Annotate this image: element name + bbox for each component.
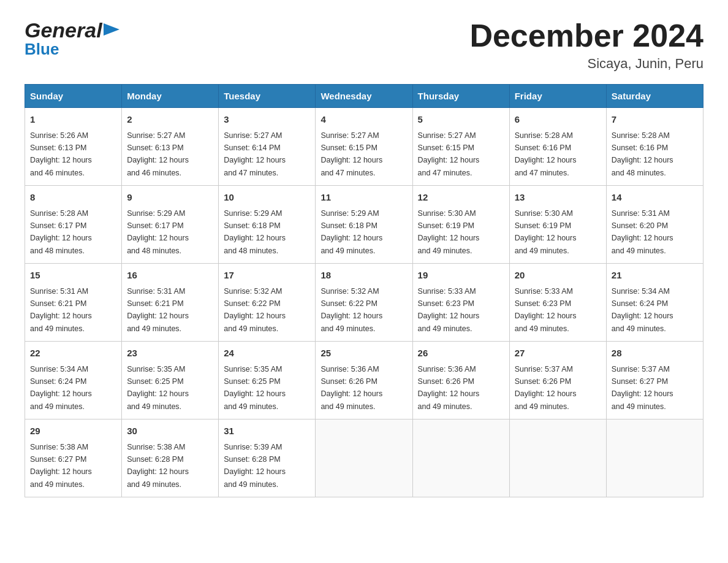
logo: General Blue [25,18,119,59]
day-number: 15 [30,269,116,283]
col-wednesday: Wednesday [316,85,412,108]
day-number: 29 [30,424,116,439]
day-number: 1 [30,113,116,127]
col-saturday: Saturday [606,85,703,108]
day-info: Sunrise: 5:39 AMSunset: 6:28 PMDaylight:… [224,443,286,489]
col-sunday: Sunday [25,85,122,108]
table-row [606,419,703,497]
calendar-week-row: 1 Sunrise: 5:26 AMSunset: 6:13 PMDayligh… [25,108,703,186]
day-number: 25 [320,347,407,361]
title-section: December 2024 Sicaya, Junin, Peru [469,18,703,72]
day-number: 24 [224,347,310,361]
day-info: Sunrise: 5:35 AMSunset: 6:25 PMDaylight:… [127,365,189,411]
table-row: 3 Sunrise: 5:27 AMSunset: 6:14 PMDayligh… [219,108,316,186]
col-friday: Friday [509,85,606,108]
table-row: 25 Sunrise: 5:36 AMSunset: 6:26 PMDaylig… [316,342,412,419]
table-row: 10 Sunrise: 5:29 AMSunset: 6:18 PMDaylig… [219,186,316,264]
table-row: 7 Sunrise: 5:28 AMSunset: 6:16 PMDayligh… [606,108,703,186]
table-row: 6 Sunrise: 5:28 AMSunset: 6:16 PMDayligh… [509,108,606,186]
day-number: 11 [320,191,407,205]
table-row: 4 Sunrise: 5:27 AMSunset: 6:15 PMDayligh… [316,108,412,186]
table-row: 30 Sunrise: 5:38 AMSunset: 6:28 PMDaylig… [122,419,219,497]
table-row: 31 Sunrise: 5:39 AMSunset: 6:28 PMDaylig… [219,419,316,497]
table-row: 11 Sunrise: 5:29 AMSunset: 6:18 PMDaylig… [316,186,412,264]
day-info: Sunrise: 5:34 AMSunset: 6:24 PMDaylight:… [612,287,673,333]
day-info: Sunrise: 5:32 AMSunset: 6:22 PMDaylight:… [224,287,286,333]
table-row: 29 Sunrise: 5:38 AMSunset: 6:27 PMDaylig… [25,419,122,497]
day-info: Sunrise: 5:28 AMSunset: 6:17 PMDaylight:… [30,209,92,255]
table-row: 14 Sunrise: 5:31 AMSunset: 6:20 PMDaylig… [606,186,703,264]
table-row: 17 Sunrise: 5:32 AMSunset: 6:22 PMDaylig… [219,264,316,342]
calendar-week-row: 15 Sunrise: 5:31 AMSunset: 6:21 PMDaylig… [25,264,703,342]
day-info: Sunrise: 5:32 AMSunset: 6:22 PMDaylight:… [320,287,382,333]
day-info: Sunrise: 5:27 AMSunset: 6:13 PMDaylight:… [127,131,189,177]
day-info: Sunrise: 5:30 AMSunset: 6:19 PMDaylight:… [418,209,480,255]
calendar-table: Sunday Monday Tuesday Wednesday Thursday… [25,84,703,497]
day-number: 4 [320,113,407,127]
page-header: General Blue December 2024 Sicaya, Junin… [25,18,703,72]
day-number: 6 [515,113,601,127]
day-number: 23 [127,347,213,361]
table-row [316,419,412,497]
table-row: 28 Sunrise: 5:37 AMSunset: 6:27 PMDaylig… [606,342,703,419]
logo-arrow-icon [104,21,119,38]
day-info: Sunrise: 5:36 AMSunset: 6:26 PMDaylight:… [320,365,382,411]
day-info: Sunrise: 5:38 AMSunset: 6:28 PMDaylight:… [127,443,189,489]
day-number: 27 [515,347,601,361]
day-info: Sunrise: 5:33 AMSunset: 6:23 PMDaylight:… [418,287,480,333]
day-number: 30 [127,424,213,439]
table-row: 27 Sunrise: 5:37 AMSunset: 6:26 PMDaylig… [509,342,606,419]
day-number: 16 [127,269,213,283]
table-row: 16 Sunrise: 5:31 AMSunset: 6:21 PMDaylig… [122,264,219,342]
day-info: Sunrise: 5:29 AMSunset: 6:17 PMDaylight:… [127,209,189,255]
logo-general: General [25,18,102,42]
day-info: Sunrise: 5:28 AMSunset: 6:16 PMDaylight:… [515,131,577,177]
day-info: Sunrise: 5:38 AMSunset: 6:27 PMDaylight:… [30,443,92,489]
table-row: 9 Sunrise: 5:29 AMSunset: 6:17 PMDayligh… [122,186,219,264]
day-number: 12 [418,191,504,205]
day-info: Sunrise: 5:31 AMSunset: 6:21 PMDaylight:… [127,287,189,333]
calendar-week-row: 8 Sunrise: 5:28 AMSunset: 6:17 PMDayligh… [25,186,703,264]
day-info: Sunrise: 5:29 AMSunset: 6:18 PMDaylight:… [320,209,382,255]
table-row: 23 Sunrise: 5:35 AMSunset: 6:25 PMDaylig… [122,342,219,419]
day-info: Sunrise: 5:34 AMSunset: 6:24 PMDaylight:… [30,365,92,411]
table-row: 20 Sunrise: 5:33 AMSunset: 6:23 PMDaylig… [509,264,606,342]
col-monday: Monday [122,85,219,108]
calendar-week-row: 22 Sunrise: 5:34 AMSunset: 6:24 PMDaylig… [25,342,703,419]
table-row: 21 Sunrise: 5:34 AMSunset: 6:24 PMDaylig… [606,264,703,342]
table-row: 8 Sunrise: 5:28 AMSunset: 6:17 PMDayligh… [25,186,122,264]
table-row: 26 Sunrise: 5:36 AMSunset: 6:26 PMDaylig… [412,342,509,419]
table-row: 13 Sunrise: 5:30 AMSunset: 6:19 PMDaylig… [509,186,606,264]
table-row: 2 Sunrise: 5:27 AMSunset: 6:13 PMDayligh… [122,108,219,186]
day-info: Sunrise: 5:36 AMSunset: 6:26 PMDaylight:… [418,365,480,411]
day-number: 20 [515,269,601,283]
table-row: 22 Sunrise: 5:34 AMSunset: 6:24 PMDaylig… [25,342,122,419]
table-row: 19 Sunrise: 5:33 AMSunset: 6:23 PMDaylig… [412,264,509,342]
table-row: 24 Sunrise: 5:35 AMSunset: 6:25 PMDaylig… [219,342,316,419]
day-number: 10 [224,191,310,205]
day-number: 7 [612,113,698,127]
day-number: 17 [224,269,310,283]
day-number: 22 [30,347,116,361]
table-row [412,419,509,497]
day-info: Sunrise: 5:35 AMSunset: 6:25 PMDaylight:… [224,365,286,411]
day-number: 19 [418,269,504,283]
month-year-title: December 2024 [469,18,703,53]
day-number: 14 [612,191,698,205]
day-info: Sunrise: 5:33 AMSunset: 6:23 PMDaylight:… [515,287,577,333]
logo-blue: Blue [25,40,119,59]
location-subtitle: Sicaya, Junin, Peru [469,56,703,72]
day-info: Sunrise: 5:26 AMSunset: 6:13 PMDaylight:… [30,131,92,177]
day-info: Sunrise: 5:28 AMSunset: 6:16 PMDaylight:… [612,131,673,177]
day-info: Sunrise: 5:27 AMSunset: 6:15 PMDaylight:… [418,131,480,177]
day-number: 18 [320,269,407,283]
table-row: 15 Sunrise: 5:31 AMSunset: 6:21 PMDaylig… [25,264,122,342]
day-info: Sunrise: 5:27 AMSunset: 6:15 PMDaylight:… [320,131,382,177]
calendar-header-row: Sunday Monday Tuesday Wednesday Thursday… [25,85,703,108]
day-info: Sunrise: 5:29 AMSunset: 6:18 PMDaylight:… [224,209,286,255]
svg-marker-0 [104,23,119,36]
day-number: 9 [127,191,213,205]
table-row [509,419,606,497]
day-number: 21 [612,269,698,283]
day-info: Sunrise: 5:31 AMSunset: 6:20 PMDaylight:… [612,209,673,255]
